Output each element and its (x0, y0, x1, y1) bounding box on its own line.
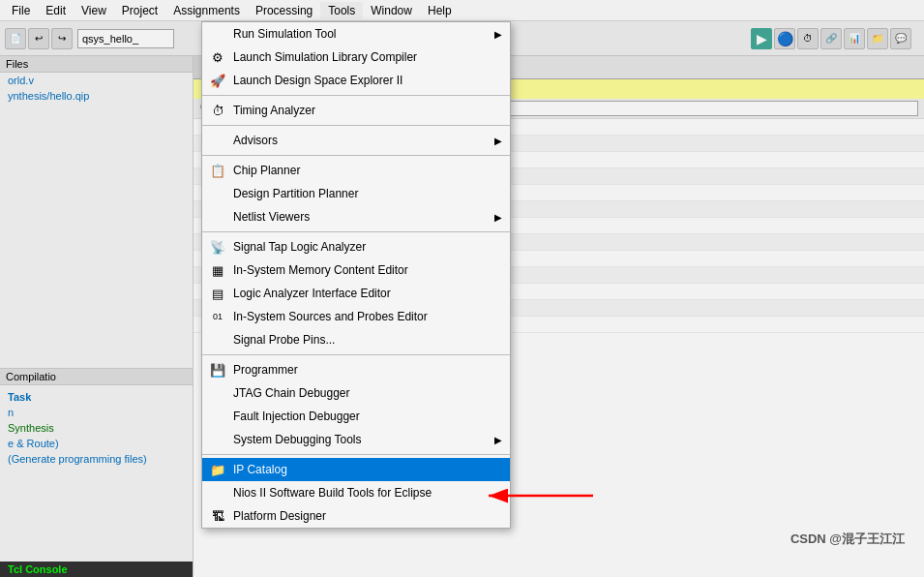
menu-assignments[interactable]: Assignments (165, 2, 248, 19)
menu-separator (202, 354, 510, 355)
menu-item-platform-designer[interactable]: 🏗Platform Designer (202, 504, 510, 528)
nios-arrow-annotation (479, 486, 595, 508)
menu-item-system-debug[interactable]: System Debugging Tools▶ (202, 428, 510, 451)
platform-designer-label: Platform Designer (233, 509, 502, 523)
menu-item-programmer[interactable]: 💾Programmer (202, 358, 510, 381)
menu-item-ip-catalog[interactable]: 📁IP Catalog (202, 458, 510, 481)
menu-item-nios2[interactable]: Nios II Software Build Tools for Eclipse (202, 481, 510, 504)
logic-analyzer-if-label: Logic Analyzer Interface Editor (233, 287, 502, 300)
signal-tap-icon: 📡 (208, 239, 227, 255)
launch-sim-lib-icon: ⚙ (208, 49, 227, 65)
jtag-chain-label: JTAG Chain Debugger (233, 386, 502, 400)
menu-item-launch-sim-lib[interactable]: ⚙Launch Simulation Library Compiler (202, 46, 510, 69)
menu-item-netlist-viewers[interactable]: Netlist Viewers▶ (202, 205, 510, 228)
menu-project[interactable]: Project (114, 2, 165, 19)
menu-separator (202, 125, 510, 126)
timing-analyzer-label: Timing Analyzer (233, 104, 502, 117)
menu-item-fault-injection[interactable]: Fault Injection Debugger (202, 405, 510, 428)
menu-item-chip-planner[interactable]: 📋Chip Planner (202, 159, 510, 182)
timing-analyzer-icon: ⏱ (208, 103, 227, 118)
fault-injection-label: Fault Injection Debugger (233, 410, 502, 423)
run-sim-arrow: ▶ (494, 29, 502, 40)
run-sim-icon (208, 26, 227, 42)
chip-planner-icon: 📋 (208, 163, 227, 178)
launch-dse-label: Launch Design Space Explorer II (233, 74, 502, 87)
launch-sim-lib-label: Launch Simulation Library Compiler (233, 50, 502, 64)
menu-item-jtag-chain[interactable]: JTAG Chain Debugger (202, 381, 510, 405)
menu-item-run-sim[interactable]: Run Simulation Tool▶ (202, 22, 510, 46)
ip-catalog-icon: 📁 (208, 462, 227, 477)
menu-separator (202, 155, 510, 156)
menu-item-signal-probe[interactable]: Signal Probe Pins... (202, 328, 510, 351)
tools-dropdown-menu: Run Simulation Tool▶⚙Launch Simulation L… (201, 21, 511, 529)
menu-tools[interactable]: Tools (320, 2, 363, 19)
menu-item-design-partition[interactable]: Design Partition Planner (202, 182, 510, 205)
netlist-viewers-icon (208, 209, 227, 225)
design-partition-label: Design Partition Planner (233, 187, 502, 200)
advisors-arrow: ▶ (494, 136, 502, 146)
ip-catalog-label: IP Catalog (233, 463, 502, 476)
signal-tap-label: Signal Tap Logic Analyzer (233, 240, 502, 254)
menu-processing[interactable]: Processing (248, 2, 320, 19)
system-debug-icon (208, 432, 227, 447)
run-sim-label: Run Simulation Tool (233, 27, 487, 41)
in-system-src-label: In-System Sources and Probes Editor (233, 310, 502, 323)
system-debug-label: System Debugging Tools (233, 433, 487, 446)
advisors-icon (208, 133, 227, 148)
menu-file[interactable]: File (4, 2, 38, 19)
menu-separator (202, 95, 510, 96)
system-debug-arrow: ▶ (494, 435, 502, 445)
platform-designer-icon: 🏗 (208, 508, 227, 524)
signal-probe-icon (208, 332, 227, 348)
design-partition-icon (208, 186, 227, 201)
logic-analyzer-if-icon: ▤ (208, 286, 227, 301)
netlist-viewers-arrow: ▶ (494, 212, 502, 223)
in-system-mem-icon: ▦ (208, 262, 227, 278)
programmer-icon: 💾 (208, 362, 227, 378)
menu-view[interactable]: View (74, 2, 114, 19)
programmer-label: Programmer (233, 363, 502, 377)
menu-item-timing-analyzer[interactable]: ⏱Timing Analyzer (202, 99, 510, 122)
menu-edit[interactable]: Edit (38, 2, 74, 19)
chip-planner-label: Chip Planner (233, 164, 502, 177)
menu-item-signal-tap[interactable]: 📡Signal Tap Logic Analyzer (202, 235, 510, 258)
signal-probe-label: Signal Probe Pins... (233, 333, 502, 347)
menubar: File Edit View Project Assignments Proce… (0, 0, 924, 21)
watermark: CSDN @混子王江江 (790, 531, 905, 548)
menu-item-logic-analyzer-if[interactable]: ▤Logic Analyzer Interface Editor (202, 282, 510, 305)
jtag-chain-icon (208, 385, 227, 401)
menu-separator (202, 454, 510, 455)
menu-item-in-system-mem[interactable]: ▦In-System Memory Content Editor (202, 258, 510, 282)
menu-item-launch-dse[interactable]: 🚀Launch Design Space Explorer II (202, 69, 510, 92)
menu-item-in-system-src[interactable]: 01In-System Sources and Probes Editor (202, 305, 510, 328)
app-container: File Edit View Project Assignments Proce… (0, 0, 924, 577)
menu-window[interactable]: Window (363, 2, 420, 19)
in-system-mem-label: In-System Memory Content Editor (233, 263, 502, 277)
menu-help[interactable]: Help (420, 2, 460, 19)
netlist-viewers-label: Netlist Viewers (233, 210, 487, 224)
advisors-label: Advisors (233, 134, 487, 147)
nios2-label: Nios II Software Build Tools for Eclipse (233, 486, 502, 500)
launch-dse-icon: 🚀 (208, 73, 227, 88)
nios2-icon (208, 485, 227, 501)
menu-separator (202, 231, 510, 232)
menu-item-advisors[interactable]: Advisors▶ (202, 129, 510, 152)
fault-injection-icon (208, 409, 227, 424)
in-system-src-icon: 01 (208, 309, 227, 324)
